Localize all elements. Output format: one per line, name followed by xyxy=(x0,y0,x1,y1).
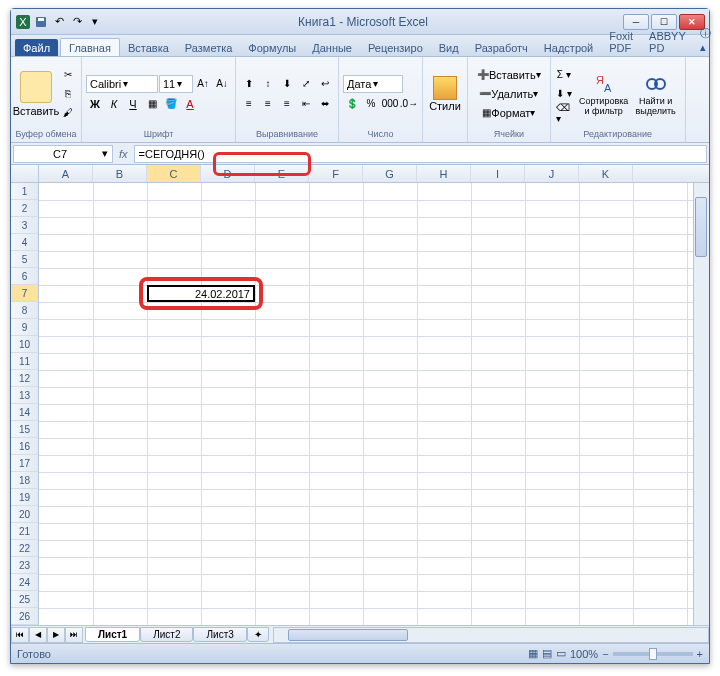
percent-icon[interactable]: % xyxy=(362,95,380,113)
border-icon[interactable]: ▦ xyxy=(143,95,161,113)
row-header-8[interactable]: 8 xyxy=(11,302,38,319)
styles-button[interactable]: Стили xyxy=(427,74,463,114)
row-header-18[interactable]: 18 xyxy=(11,472,38,489)
tab-addins[interactable]: Надстрой xyxy=(536,39,601,56)
help-icon[interactable]: ⓘ ▴ xyxy=(694,24,717,56)
shrink-font-icon[interactable]: A↓ xyxy=(213,75,231,93)
formula-input[interactable]: =СЕГОДНЯ() xyxy=(134,145,707,163)
format-painter-icon[interactable]: 🖌 xyxy=(59,104,77,122)
row-header-23[interactable]: 23 xyxy=(11,557,38,574)
row-header-2[interactable]: 2 xyxy=(11,200,38,217)
active-cell[interactable]: 24.02.2017 xyxy=(147,285,255,302)
row-header-6[interactable]: 6 xyxy=(11,268,38,285)
cut-icon[interactable]: ✂ xyxy=(59,66,77,84)
row-header-17[interactable]: 17 xyxy=(11,455,38,472)
clear-icon[interactable]: ⌫ ▾ xyxy=(555,104,573,122)
namebox-dropdown-icon[interactable]: ▾ xyxy=(102,147,108,160)
row-header-21[interactable]: 21 xyxy=(11,523,38,540)
row-header-19[interactable]: 19 xyxy=(11,489,38,506)
sheet-tab-3[interactable]: Лист3 xyxy=(193,627,246,642)
row-header-9[interactable]: 9 xyxy=(11,319,38,336)
col-header-J[interactable]: J xyxy=(525,165,579,182)
row-header-13[interactable]: 13 xyxy=(11,387,38,404)
italic-button[interactable]: К xyxy=(105,95,123,113)
row-header-15[interactable]: 15 xyxy=(11,421,38,438)
tab-formulas[interactable]: Формулы xyxy=(240,39,304,56)
vscroll-thumb[interactable] xyxy=(695,197,707,257)
number-format-select[interactable]: Дата ▾ xyxy=(343,75,403,93)
sheet-first-icon[interactable]: ⏮ xyxy=(11,627,29,643)
sheet-tab-1[interactable]: Лист1 xyxy=(85,627,140,642)
zoom-thumb[interactable] xyxy=(649,648,657,660)
tab-file[interactable]: Файл xyxy=(15,39,58,56)
zoom-out-button[interactable]: − xyxy=(602,648,608,660)
sheet-next-icon[interactable]: ▶ xyxy=(47,627,65,643)
row-header-14[interactable]: 14 xyxy=(11,404,38,421)
horizontal-scrollbar[interactable] xyxy=(273,627,709,643)
row-header-16[interactable]: 16 xyxy=(11,438,38,455)
row-header-22[interactable]: 22 xyxy=(11,540,38,557)
select-all-corner[interactable] xyxy=(11,165,39,182)
row-header-4[interactable]: 4 xyxy=(11,234,38,251)
align-right-icon[interactable]: ≡ xyxy=(278,95,296,113)
row-header-5[interactable]: 5 xyxy=(11,251,38,268)
align-left-icon[interactable]: ≡ xyxy=(240,95,258,113)
grow-font-icon[interactable]: A↑ xyxy=(194,75,212,93)
row-header-10[interactable]: 10 xyxy=(11,336,38,353)
tab-layout[interactable]: Разметка xyxy=(177,39,241,56)
sheet-tab-2[interactable]: Лист2 xyxy=(140,627,193,642)
autosum-icon[interactable]: Σ ▾ xyxy=(555,66,573,84)
row-header-12[interactable]: 12 xyxy=(11,370,38,387)
zoom-level[interactable]: 100% xyxy=(570,648,598,660)
align-center-icon[interactable]: ≡ xyxy=(259,95,277,113)
font-size-select[interactable]: 11 ▾ xyxy=(159,75,193,93)
row-header-11[interactable]: 11 xyxy=(11,353,38,370)
view-break-icon[interactable]: ▭ xyxy=(556,647,566,660)
qat-dropdown-icon[interactable]: ▾ xyxy=(87,14,103,30)
zoom-slider[interactable] xyxy=(613,652,693,656)
insert-cells-button[interactable]: ➕ Вставить ▾ xyxy=(472,66,546,84)
delete-cells-button[interactable]: ➖ Удалить ▾ xyxy=(472,85,546,103)
sort-filter-button[interactable]: ЯА Сортировка и фильтр xyxy=(579,70,629,118)
col-header-F[interactable]: F xyxy=(309,165,363,182)
find-select-button[interactable]: Найти и выделить xyxy=(631,70,681,118)
indent-dec-icon[interactable]: ⇤ xyxy=(297,95,315,113)
new-sheet-icon[interactable]: ✦ xyxy=(247,627,269,642)
zoom-in-button[interactable]: + xyxy=(697,648,703,660)
orientation-icon[interactable]: ⤢ xyxy=(297,75,315,93)
col-header-E[interactable]: E xyxy=(255,165,309,182)
align-top-icon[interactable]: ⬆ xyxy=(240,75,258,93)
save-icon[interactable] xyxy=(33,14,49,30)
inc-decimal-icon[interactable]: .0→ xyxy=(400,95,418,113)
tab-view[interactable]: Вид xyxy=(431,39,467,56)
col-header-D[interactable]: D xyxy=(201,165,255,182)
row-header-3[interactable]: 3 xyxy=(11,217,38,234)
view-layout-icon[interactable]: ▤ xyxy=(542,647,552,660)
hscroll-thumb[interactable] xyxy=(288,629,408,641)
row-header-1[interactable]: 1 xyxy=(11,183,38,200)
row-header-26[interactable]: 26 xyxy=(11,608,38,625)
row-header-20[interactable]: 20 xyxy=(11,506,38,523)
underline-button[interactable]: Ч xyxy=(124,95,142,113)
tab-data[interactable]: Данные xyxy=(304,39,360,56)
undo-icon[interactable]: ↶ xyxy=(51,14,67,30)
fill-color-icon[interactable]: 🪣 xyxy=(162,95,180,113)
format-cells-button[interactable]: ▦ Формат ▾ xyxy=(472,104,546,122)
fill-icon[interactable]: ⬇ ▾ xyxy=(555,85,573,103)
tab-home[interactable]: Главная xyxy=(60,38,120,56)
tab-developer[interactable]: Разработч xyxy=(467,39,536,56)
comma-icon[interactable]: 000 xyxy=(381,95,399,113)
font-color-icon[interactable]: A xyxy=(181,95,199,113)
tab-review[interactable]: Рецензиро xyxy=(360,39,431,56)
copy-icon[interactable]: ⎘ xyxy=(59,85,77,103)
row-header-7[interactable]: 7 xyxy=(11,285,38,302)
tab-abbyy[interactable]: ABBYY PD xyxy=(641,27,694,56)
align-middle-icon[interactable]: ↕ xyxy=(259,75,277,93)
col-header-C[interactable]: C xyxy=(147,165,201,182)
redo-icon[interactable]: ↷ xyxy=(69,14,85,30)
sheet-last-icon[interactable]: ⏭ xyxy=(65,627,83,643)
row-header-25[interactable]: 25 xyxy=(11,591,38,608)
paste-button[interactable]: Вставить xyxy=(15,69,57,119)
col-header-I[interactable]: I xyxy=(471,165,525,182)
row-header-24[interactable]: 24 xyxy=(11,574,38,591)
